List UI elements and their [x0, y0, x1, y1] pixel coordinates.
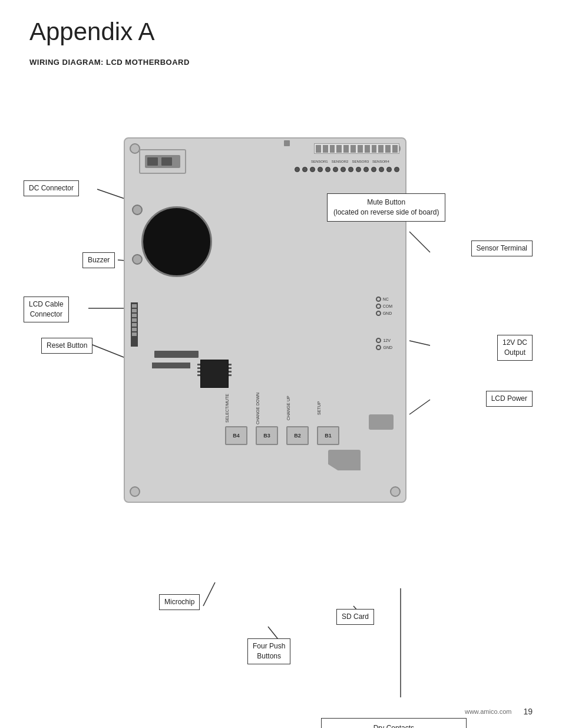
power-terminals: 12V GND — [376, 338, 392, 350]
microchip-component — [200, 360, 229, 388]
svg-line-3 — [90, 344, 127, 358]
svg-line-8 — [203, 582, 215, 606]
button-labels-vertical: SELECT/MUTE CHANGE DOWN CHANGE UP SETUP — [225, 392, 339, 424]
footer-website: www.amico.com — [465, 708, 511, 715]
small-connector-strip — [152, 363, 190, 368]
relay-terminals: NC COM GND — [376, 297, 392, 316]
four-push-buttons-label: Four Push Buttons — [247, 638, 290, 664]
button-b1: B1 — [317, 426, 339, 445]
sensor-dots-row2 — [295, 167, 399, 172]
dc-connector-component — [139, 149, 186, 174]
lcd-power-label: LCD Power — [486, 391, 533, 407]
button-b4: B4 — [225, 426, 247, 445]
pcb-board: SENSOR1 SENSOR2 SENSOR3 SENSOR4 — [124, 137, 406, 503]
sensor-terminal-label: Sensor Terminal — [471, 241, 533, 256]
svg-line-5 — [409, 232, 430, 252]
mute-button-label: Mute Button (located on reverse side of … — [327, 193, 445, 222]
microchip-label: Microchip — [159, 594, 200, 610]
twelve-v-dc-label: 12V DC Output — [497, 335, 533, 361]
svg-line-6 — [409, 341, 430, 345]
dc-connector-label: DC Connector — [24, 180, 79, 196]
buzzer-screw-bottom — [132, 254, 143, 265]
footer-page-number: 19 — [523, 707, 533, 716]
reset-button-area — [154, 351, 199, 358]
mute-button-point — [284, 140, 290, 146]
lcd-cable-connector-label: LCD Cable Connector — [24, 297, 69, 322]
sd-card-slot — [328, 450, 361, 470]
sd-card-label: SD Card — [336, 609, 374, 625]
wiring-diagram: SENSOR1 SENSOR2 SENSOR3 SENSOR4 — [0, 78, 562, 697]
button-b2: B2 — [286, 426, 309, 445]
corner-mount-br — [390, 486, 401, 497]
button-b3: B3 — [256, 426, 278, 445]
buzzer-screw-top — [132, 205, 143, 215]
svg-line-7 — [409, 400, 430, 414]
buzzer-label: Buzzer — [82, 252, 115, 268]
section-heading: WIRING DIAGRAM: LCD MOTHERBOARD — [0, 52, 562, 78]
dry-contacts-label: Dry Contacts (to Building Management Sys… — [321, 718, 467, 728]
lcd-power-component — [369, 414, 394, 430]
buzzer-component — [141, 206, 212, 277]
button-row: B4 B3 B2 B1 — [225, 426, 339, 445]
sensor-dots-row1: SENSOR1 SENSOR2 SENSOR3 SENSOR4 — [311, 157, 399, 166]
page-title: Appendix A — [0, 0, 562, 52]
corner-mount-bl — [130, 486, 140, 497]
reset-button-label: Reset Button — [41, 338, 92, 354]
lcd-cable-connector — [131, 302, 138, 347]
sensor-terminal-strip — [314, 143, 399, 154]
